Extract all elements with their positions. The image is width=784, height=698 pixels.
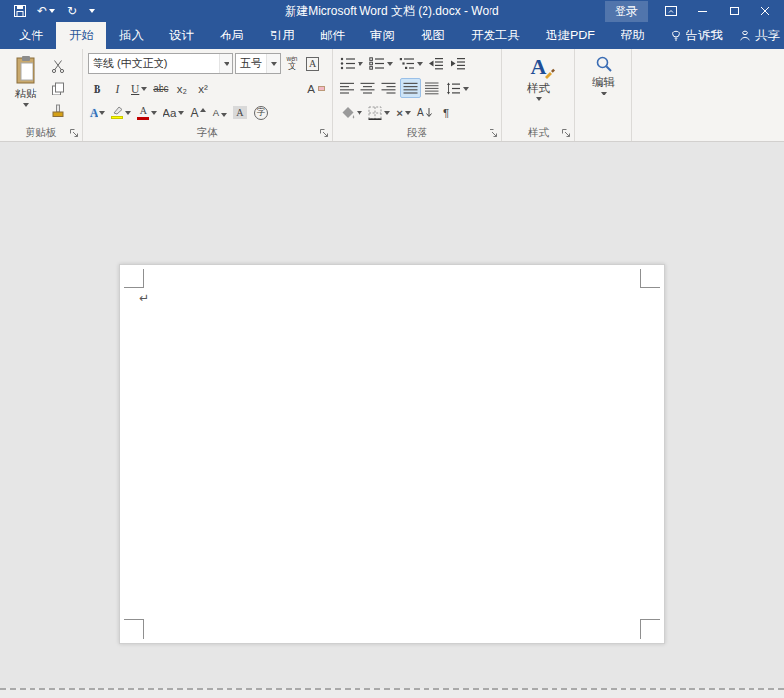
sort-button[interactable]: A (415, 102, 435, 123)
bold-button[interactable]: B (88, 78, 106, 98)
styles-label: 样式 (527, 81, 550, 95)
tab-pdf[interactable]: 迅捷PDF (533, 22, 608, 49)
tab-home[interactable]: 开始 (56, 22, 106, 49)
close-icon (760, 6, 770, 16)
redo-button[interactable]: ↻ (67, 5, 77, 17)
tab-references[interactable]: 引用 (257, 22, 307, 49)
close-button[interactable] (756, 3, 774, 19)
distribute-text-icon (425, 82, 439, 95)
paste-label: 粘贴 (15, 87, 37, 101)
copy-button[interactable] (48, 78, 67, 98)
increase-indent-button[interactable] (448, 53, 468, 74)
align-left-button[interactable] (338, 78, 357, 98)
superscript-button[interactable]: x² (193, 78, 212, 98)
tell-me-label: 告诉我 (686, 28, 724, 44)
show-hide-marks-button[interactable]: ¶ (437, 102, 456, 123)
clipboard-group: 粘贴 剪贴板 (0, 49, 83, 141)
character-border-button[interactable]: A (303, 53, 322, 74)
phonetic-guide-button[interactable]: wén 文 (283, 53, 301, 74)
tab-mailings[interactable]: 邮件 (307, 22, 358, 49)
chevron-down-icon (536, 97, 542, 101)
chevron-down-icon (125, 111, 131, 115)
font-dialog-launcher[interactable] (319, 128, 330, 139)
paste-button[interactable]: 粘贴 (3, 51, 48, 124)
styles-button[interactable]: A 样式 (505, 51, 571, 124)
dialog-launcher-icon (489, 128, 499, 139)
asian-layout-button[interactable]: × (394, 102, 413, 123)
document-canvas[interactable]: ↵ (0, 142, 784, 688)
minimize-button[interactable] (693, 3, 711, 19)
sign-in-button[interactable]: 登录 (605, 1, 648, 22)
clear-formatting-icon: A (307, 83, 315, 95)
font-group: 等线 (中文正文) 五号 wén 文 A B I U (83, 49, 333, 141)
numbering-button[interactable] (367, 53, 395, 74)
text-highlight-color-button[interactable] (109, 102, 133, 123)
subscript-button[interactable]: x₂ (172, 78, 191, 98)
shading-button[interactable] (338, 102, 364, 123)
document-page[interactable]: ↵ (119, 264, 665, 644)
clear-formatting-button[interactable]: A (305, 78, 327, 98)
character-shading-button[interactable]: A (230, 102, 249, 123)
tab-layout[interactable]: 布局 (207, 22, 257, 49)
chevron-down-icon (417, 62, 423, 66)
font-name-combobox[interactable]: 等线 (中文正文) (88, 53, 233, 74)
cut-button[interactable] (48, 55, 67, 76)
strikethrough-button[interactable]: abc (151, 78, 170, 98)
share-button[interactable]: 共享 (739, 28, 780, 44)
text-effects-button[interactable]: A (88, 102, 107, 123)
dialog-launcher-icon (319, 128, 330, 139)
pilcrow-icon: ¶ (443, 107, 449, 119)
undo-button[interactable]: ↶ (37, 5, 55, 17)
maximize-button[interactable] (725, 3, 743, 19)
font-color-icon: A (137, 106, 149, 120)
underline-button[interactable]: U (129, 78, 149, 98)
tab-view[interactable]: 视图 (408, 22, 458, 49)
justify-button[interactable] (400, 78, 421, 98)
paint-bucket-icon (340, 106, 355, 120)
editing-button[interactable]: 编辑 (578, 51, 628, 124)
up-arrow-icon (200, 108, 206, 112)
align-left-icon (340, 82, 355, 95)
align-center-icon (360, 82, 375, 95)
paragraph-mark: ↵ (139, 291, 149, 305)
line-spacing-button[interactable] (443, 78, 471, 98)
font-color-button[interactable]: A (135, 102, 159, 123)
tab-file[interactable]: 文件 (6, 22, 56, 49)
tab-design[interactable]: 设计 (157, 22, 207, 49)
dialog-launcher-icon (561, 128, 572, 139)
align-center-button[interactable] (359, 78, 377, 98)
tell-me-button[interactable]: 告诉我 (670, 28, 724, 44)
ribbon-display-options-button[interactable] (662, 3, 680, 19)
distribute-text-button[interactable] (423, 78, 441, 98)
tab-help[interactable]: 帮助 (608, 22, 658, 49)
bullets-button[interactable] (338, 53, 365, 74)
save-button[interactable] (14, 5, 26, 17)
align-right-button[interactable] (379, 78, 398, 98)
enclose-characters-button[interactable]: 字 (251, 102, 270, 123)
change-case-button[interactable]: Aa (161, 102, 186, 123)
tab-developer[interactable]: 开发工具 (458, 22, 533, 49)
copy-icon (51, 82, 65, 95)
decrease-indent-button[interactable] (426, 53, 446, 74)
scissors-icon (51, 59, 65, 73)
asian-layout-icon: × (396, 107, 403, 119)
borders-button[interactable] (366, 102, 392, 123)
font-name-dropdown[interactable] (219, 54, 232, 73)
font-size-combobox[interactable]: 五号 (235, 53, 281, 74)
clipboard-dialog-launcher[interactable] (69, 128, 80, 139)
multilevel-list-button[interactable] (397, 53, 425, 74)
chevron-down-icon (463, 87, 469, 91)
customize-quick-access-button[interactable] (89, 9, 95, 13)
grow-font-button[interactable]: A (188, 102, 208, 123)
styles-dialog-launcher[interactable] (561, 128, 572, 139)
tab-insert[interactable]: 插入 (106, 22, 157, 49)
paragraph-group: × A ¶ 段落 (333, 49, 502, 141)
shrink-font-button[interactable]: A (210, 102, 229, 123)
paragraph-dialog-launcher[interactable] (489, 128, 499, 139)
italic-button[interactable]: I (108, 78, 127, 98)
chevron-down-icon (99, 111, 105, 115)
format-painter-button[interactable] (48, 100, 67, 121)
sort-arrow-icon (425, 107, 433, 119)
tab-review[interactable]: 审阅 (358, 22, 408, 49)
font-size-dropdown[interactable] (266, 54, 280, 73)
